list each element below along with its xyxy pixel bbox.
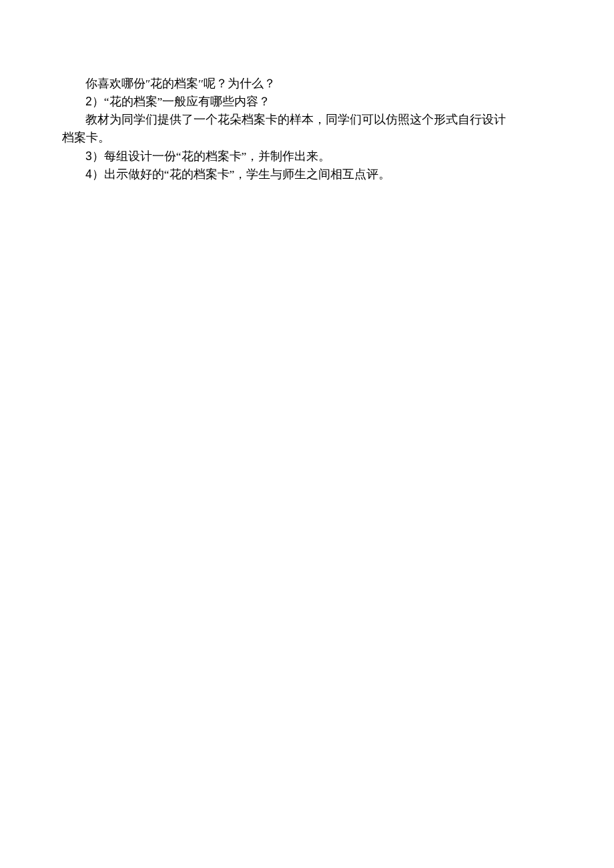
item-number-4: 4 — [85, 167, 92, 181]
item-text-2: ）“花的档案”一般应有哪些内容？ — [92, 95, 271, 108]
document-body: 你喜欢哪份″花的档案′′呢？为什么？ 2）“花的档案”一般应有哪些内容？ 教材为… — [62, 75, 552, 183]
text-line-6: 4）出示做好的“花的档案卡”，学生与师生之间相互点评。 — [62, 165, 552, 183]
item-number-3: 3 — [85, 149, 92, 163]
item-text-4: ）出示做好的“花的档案卡”，学生与师生之间相互点评。 — [92, 167, 391, 181]
text-line-3: 教材为同学们提供了一个花朵档案卡的样本，同学们可以仿照这个形式自行设计 — [62, 111, 552, 129]
text-line-1: 你喜欢哪份″花的档案′′呢？为什么？ — [62, 75, 552, 93]
text-line-2: 2）“花的档案”一般应有哪些内容？ — [62, 93, 552, 111]
item-number-2: 2 — [85, 95, 92, 108]
text-line-4: 档案卡。 — [62, 129, 552, 147]
text-line-5: 3）每组设计一份“花的档案卡”，并制作出来。 — [62, 147, 552, 165]
item-text-3: ）每组设计一份“花的档案卡”，并制作出来。 — [92, 149, 331, 163]
